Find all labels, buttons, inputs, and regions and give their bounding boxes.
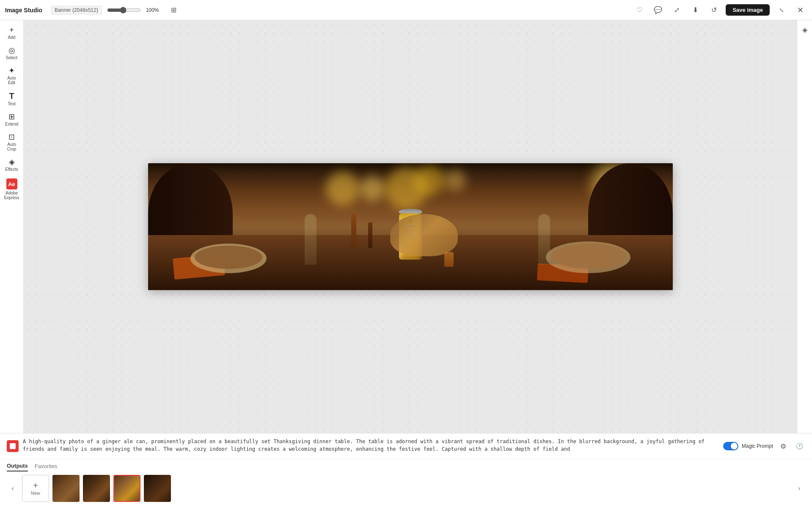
- eraser-tool-button[interactable]: ◈: [799, 24, 811, 36]
- zoom-percent: 100%: [146, 7, 162, 13]
- favorites-tab[interactable]: Favorites: [35, 463, 57, 471]
- select-icon: ◎: [8, 47, 15, 54]
- main-layout: + Add ◎ Select ✦ Auto Edit T Text ⊞ Exte…: [0, 20, 812, 433]
- sidebar-tool-text-label: Text: [8, 101, 15, 106]
- canvas-image: 🌿 GINGER ALER. LIMITED EDITION: [148, 163, 673, 290]
- sidebar-tool-auto-edit[interactable]: ✦ Auto Edit: [2, 64, 22, 88]
- close-button[interactable]: ✕: [793, 3, 807, 17]
- history-icon: 🕐: [796, 443, 803, 449]
- adobe-express-icon: Ae: [6, 178, 17, 189]
- auto-edit-icon: ✦: [8, 67, 15, 74]
- save-image-button[interactable]: Save image: [726, 4, 770, 16]
- outputs-bar: Outputs Favorites: [0, 459, 812, 473]
- refresh-button[interactable]: ↺: [707, 3, 721, 17]
- expand-button[interactable]: ⤡: [775, 3, 788, 17]
- favorite-button[interactable]: ♡: [633, 3, 646, 17]
- fit-icon: ⊞: [171, 6, 176, 14]
- text-icon: T: [9, 92, 14, 100]
- prompt-bar: A high-quality photo of a ginger ale can…: [0, 433, 812, 459]
- sidebar-tool-auto-crop[interactable]: ⊡ Auto Crop: [2, 131, 22, 154]
- add-icon: +: [9, 26, 14, 34]
- comment-button[interactable]: 💬: [651, 3, 665, 17]
- thumbnail-4-image: [144, 475, 171, 502]
- effects-icon: ◈: [9, 158, 15, 166]
- right-panel: ◈: [797, 20, 812, 433]
- topbar: Image Studio Banner (2048x512) 100% ⊞ ♡ …: [0, 0, 812, 20]
- heart-icon: ♡: [636, 6, 642, 14]
- thumbnail-3[interactable]: [113, 475, 140, 502]
- app-title: Image Studio: [5, 7, 42, 14]
- thumbnail-4[interactable]: [144, 475, 171, 502]
- sidebar-tool-select-label: Select: [6, 55, 18, 60]
- canvas-size-label: Banner (2048x512): [51, 6, 102, 14]
- thumbnail-1[interactable]: [52, 475, 80, 502]
- sidebar-tool-add[interactable]: + Add: [2, 24, 22, 42]
- thumbnails-strip: ‹ + New ›: [0, 473, 812, 507]
- thumbnails-next-button[interactable]: ›: [793, 482, 805, 494]
- sidebar-tool-auto-crop-label: Auto Crop: [3, 142, 20, 151]
- thumbnail-1-image: [52, 475, 80, 502]
- canvas-area: 🌿 GINGER ALER. LIMITED EDITION: [24, 20, 797, 433]
- sidebar-tool-select[interactable]: ◎ Select: [2, 44, 22, 63]
- comment-icon: 💬: [654, 6, 662, 14]
- settings-icon: ⚙: [780, 442, 786, 450]
- sidebar-tool-extend[interactable]: ⊞ Extend: [2, 110, 22, 129]
- chevron-right-icon: ›: [798, 485, 800, 492]
- auto-crop-icon: ⊡: [8, 133, 15, 141]
- thumbnail-2-image: [83, 475, 110, 502]
- download-button[interactable]: ⬇: [688, 3, 702, 17]
- new-generation-button[interactable]: + New: [22, 475, 49, 502]
- magic-prompt-switch[interactable]: [723, 442, 738, 450]
- sidebar-tool-effects[interactable]: ◈ Effects: [2, 156, 22, 174]
- bottom-section: A high-quality photo of a ginger ale can…: [0, 433, 812, 507]
- canvas-image-container: 🌿 GINGER ALER. LIMITED EDITION: [148, 163, 673, 290]
- magic-prompt-toggle: Magic Prompt: [723, 442, 773, 450]
- zoom-slider[interactable]: [107, 7, 141, 14]
- prompt-icon-inner: [10, 443, 16, 449]
- extend-icon: ⊞: [8, 113, 15, 121]
- prompt-settings-button[interactable]: ⚙: [777, 440, 789, 452]
- sidebar-tool-adobe-express-label: Adobe Express: [3, 191, 20, 200]
- share-icon: ⤢: [674, 6, 680, 14]
- sidebar-tool-text[interactable]: T Text: [2, 89, 22, 109]
- thumbnail-3-image: [114, 476, 140, 501]
- share-button[interactable]: ⤢: [670, 3, 683, 17]
- prompt-icon: [7, 440, 19, 452]
- sidebar-tool-auto-edit-label: Auto Edit: [3, 76, 20, 85]
- prompt-textarea[interactable]: A high-quality photo of a ginger ale can…: [23, 438, 719, 455]
- thumbnails-prev-button[interactable]: ‹: [7, 482, 19, 494]
- new-plus-icon: +: [33, 481, 38, 490]
- refresh-icon: ↺: [711, 6, 717, 14]
- sidebar-tool-add-label: Add: [8, 35, 16, 40]
- sidebar-tool-extend-label: Extend: [5, 122, 18, 126]
- close-icon: ✕: [797, 5, 804, 15]
- left-sidebar: + Add ◎ Select ✦ Auto Edit T Text ⊞ Exte…: [0, 20, 24, 433]
- thumbnail-2[interactable]: [83, 475, 110, 502]
- toggle-knob: [731, 443, 738, 449]
- prompt-history-button[interactable]: 🕐: [793, 440, 805, 452]
- eraser-icon: ◈: [802, 26, 807, 34]
- fit-view-button[interactable]: ⊞: [167, 3, 181, 17]
- sidebar-tool-adobe-express[interactable]: Ae Adobe Express: [2, 176, 22, 203]
- sidebar-tool-effects-label: Effects: [5, 167, 18, 172]
- magic-prompt-label: Magic Prompt: [742, 443, 773, 449]
- new-label: New: [31, 491, 40, 496]
- download-icon: ⬇: [693, 6, 698, 14]
- chevron-left-icon: ‹: [11, 485, 14, 492]
- outputs-tab[interactable]: Outputs: [7, 463, 28, 471]
- expand-icon: ⤡: [779, 7, 784, 14]
